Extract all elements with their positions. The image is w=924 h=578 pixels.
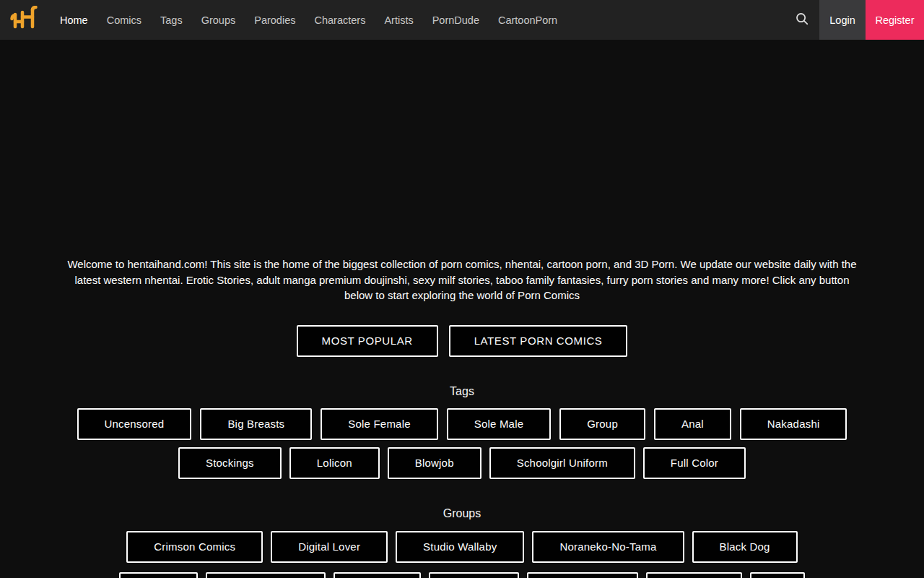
nav-link[interactable]: Artists [384,14,413,26]
latest-porn-comics-button[interactable]: LATEST PORN COMICS [449,325,628,357]
tag-button[interactable]: Uncensored [77,408,192,440]
nav-link[interactable]: Tags [160,14,183,26]
nav-link[interactable]: PornDude [432,14,479,26]
tag-button[interactable]: Nakadashi [740,408,847,440]
group-button[interactable] [646,572,742,578]
main-content: Welcome to hentaihand.com! This site is … [0,256,924,578]
main-nav: HomeComicsTagsGroupsParodiesCharactersAr… [46,0,557,40]
nav-spacer [557,0,785,40]
tag-button[interactable]: Big Breasts [200,408,312,440]
most-popular-button[interactable]: MOST POPULAR [297,325,438,357]
tags-section-title: Tags [0,384,924,399]
tag-button[interactable]: Group [559,408,645,440]
tags-row-2: StockingsLoliconBlowjobSchoolgirl Unifor… [0,447,924,479]
register-button[interactable]: Register [866,0,924,40]
group-button[interactable]: Crimson Comics [126,531,263,563]
nav-link[interactable]: Parodies [254,14,295,26]
nav-link[interactable]: Characters [314,14,365,26]
tag-button[interactable]: Lolicon [289,447,380,479]
tag-button[interactable]: Schoolgirl Uniform [489,447,635,479]
group-button[interactable]: Studio Wallaby [396,531,524,563]
group-button[interactable]: Black Dog [692,531,798,563]
group-button[interactable]: Digital Lover [271,531,388,563]
login-button[interactable]: Login [819,0,866,40]
tag-button[interactable]: Sole Male [447,408,552,440]
nav-link[interactable]: Groups [201,14,236,26]
groups-row-2-cutoff [0,572,924,578]
navbar: HomeComicsTagsGroupsParodiesCharactersAr… [0,0,924,40]
group-button[interactable] [334,572,421,578]
tags-row-1: UncensoredBig BreastsSole FemaleSole Mal… [0,408,924,440]
tag-button[interactable]: Anal [654,408,731,440]
cta-row: MOST POPULAR LATEST PORN COMICS [0,325,924,357]
group-button[interactable] [206,572,326,578]
group-button[interactable] [750,572,805,578]
tag-button[interactable]: Sole Female [321,408,437,440]
tag-button[interactable]: Stockings [178,447,282,479]
group-button[interactable] [119,572,198,578]
logo-icon [9,6,38,35]
groups-section-title: Groups [0,506,924,521]
tag-button[interactable]: Blowjob [388,447,481,479]
tag-button[interactable]: Full Color [643,447,746,479]
nav-link[interactable]: Home [60,14,88,26]
groups-row-1: Crimson ComicsDigital LoverStudio Wallab… [0,531,924,563]
search-button[interactable] [785,0,819,40]
search-icon [795,12,809,29]
site-logo[interactable] [0,0,46,40]
group-button[interactable] [527,572,638,578]
nav-link[interactable]: CartoonPorn [498,14,557,26]
group-button[interactable]: Noraneko-No-Tama [532,531,684,563]
nav-link[interactable]: Comics [107,14,141,26]
group-button[interactable] [429,572,519,578]
welcome-text: Welcome to hentaihand.com! This site is … [62,256,862,303]
